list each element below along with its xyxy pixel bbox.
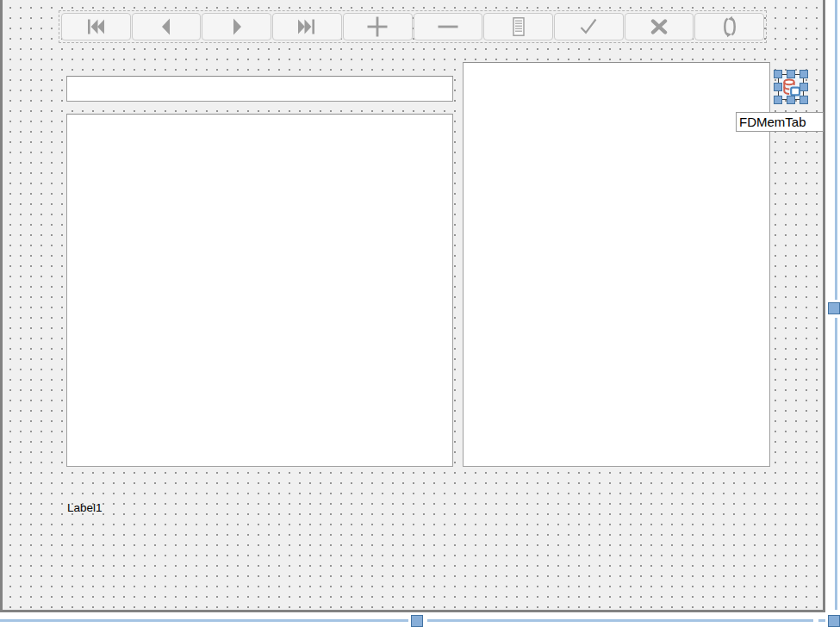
prior-record-icon <box>155 16 177 38</box>
nav-prior-button[interactable] <box>132 13 202 40</box>
form-resize-handle-right[interactable] <box>828 302 840 314</box>
form-resize-handle-bottom[interactable] <box>411 615 423 627</box>
form-selection-line-bottom <box>818 619 825 622</box>
form-resize-handle-bottom-right[interactable] <box>828 615 840 627</box>
form-selection-line-right <box>835 318 837 610</box>
nav-insert-button[interactable] <box>343 13 413 40</box>
db-navigator <box>59 10 767 43</box>
component-resize-handle[interactable] <box>787 70 795 78</box>
content-panel-left[interactable] <box>66 114 453 467</box>
nav-cancel-button[interactable] <box>625 13 694 40</box>
form-selection-line-bottom <box>0 619 408 622</box>
component-resize-handle[interactable] <box>774 83 782 91</box>
nav-post-button[interactable] <box>554 13 624 40</box>
refresh-icon <box>719 16 741 38</box>
nav-refresh-button[interactable] <box>694 13 764 40</box>
db-edit-field[interactable] <box>66 76 453 102</box>
component-resize-handle[interactable] <box>800 83 808 91</box>
edit-record-icon <box>507 16 530 38</box>
cancel-edit-icon <box>648 16 670 38</box>
nav-next-button[interactable] <box>202 13 271 40</box>
last-record-icon <box>296 16 318 38</box>
next-record-icon <box>226 16 248 38</box>
component-resize-handle[interactable] <box>787 96 795 104</box>
nav-last-button[interactable] <box>272 13 342 40</box>
component-resize-handle[interactable] <box>800 96 808 104</box>
delete-record-icon <box>436 15 460 39</box>
insert-record-icon <box>365 15 389 39</box>
form-label1[interactable]: Label1 <box>67 501 103 515</box>
fdmemtable-component[interactable] <box>778 74 804 100</box>
form-selection-line-bottom <box>427 619 813 622</box>
nav-delete-button[interactable] <box>414 13 483 40</box>
component-resize-handle[interactable] <box>800 70 808 78</box>
content-panel-right[interactable] <box>463 62 770 467</box>
form-selection-line-right <box>835 0 837 300</box>
component-resize-handle[interactable] <box>774 96 782 104</box>
designer-stage: Label1 FDMemTab <box>0 0 840 627</box>
form-design-surface[interactable]: Label1 <box>0 0 825 612</box>
post-edit-icon <box>577 16 600 38</box>
component-caption: FDMemTab <box>736 112 824 132</box>
nav-first-button[interactable] <box>61 13 131 40</box>
nav-edit-button[interactable] <box>483 13 553 40</box>
component-resize-handle[interactable] <box>774 70 782 78</box>
first-record-icon <box>84 16 107 38</box>
